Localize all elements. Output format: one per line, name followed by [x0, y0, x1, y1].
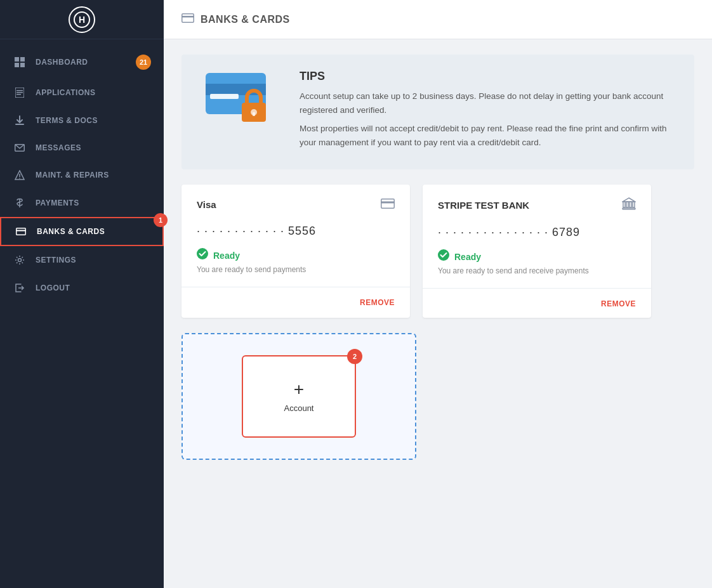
- card-body-visa: Visa · · · · · · · · · · · · 5556 Ready …: [181, 185, 410, 287]
- add-account-badge: 2: [347, 349, 362, 364]
- sidebar-item-banks-cards[interactable]: BANKS & CARDS 1: [0, 217, 164, 246]
- dashboard-badge: 21: [136, 55, 151, 70]
- main-content: BANKS & CARDS: [164, 0, 712, 588]
- svg-point-16: [18, 259, 22, 262]
- warning-icon: [13, 170, 27, 180]
- status-label-bank: Ready: [454, 252, 481, 262]
- svg-rect-12: [19, 174, 20, 177]
- svg-rect-33: [623, 208, 635, 209]
- visa-card: Visa · · · · · · · · · · · · 5556 Ready …: [181, 185, 410, 318]
- sidebar-logo: H: [0, 0, 164, 39]
- card-number-visa: · · · · · · · · · · · · 5556: [197, 225, 395, 238]
- sidebar-item-dashboard[interactable]: DASHBOARD 21: [0, 46, 164, 79]
- svg-rect-15: [16, 230, 26, 232]
- sidebar-item-settings[interactable]: SETTINGS: [0, 246, 164, 274]
- svg-point-34: [438, 249, 449, 261]
- svg-rect-26: [381, 202, 395, 204]
- svg-point-27: [197, 248, 208, 259]
- tips-text-1: Account setup can take up to 2 business …: [300, 89, 676, 117]
- sidebar-item-messages[interactable]: MESSAGES: [0, 134, 164, 161]
- sidebar-item-label: DASHBOARD: [36, 58, 136, 67]
- svg-rect-3: [20, 57, 25, 62]
- svg-rect-7: [16, 90, 23, 91]
- card-name-bank: STRIPE TEST BANK: [438, 200, 529, 211]
- page-title: BANKS & CARDS: [201, 14, 290, 25]
- tips-title: TIPS: [300, 70, 676, 83]
- svg-rect-4: [15, 63, 19, 67]
- tips-content: TIPS Account setup can take up to 2 busi…: [300, 70, 676, 154]
- status-check-icon-visa: [197, 248, 208, 263]
- svg-marker-28: [623, 198, 635, 202]
- payment-cards-grid: Visa · · · · · · · · · · · · 5556 Ready …: [181, 185, 694, 318]
- svg-rect-5: [20, 63, 25, 67]
- sidebar-item-label: LOGOUT: [36, 284, 151, 292]
- sidebar-item-maint-repairs[interactable]: MAINT. & REPAIRS: [0, 161, 164, 189]
- remove-bank-button[interactable]: REMOVE: [601, 299, 636, 308]
- sidebar-item-label: MAINT. & REPAIRS: [36, 171, 151, 180]
- add-account-button[interactable]: + Account 2: [242, 355, 356, 438]
- sidebar-item-label: SETTINGS: [36, 256, 151, 265]
- svg-rect-2: [15, 57, 19, 62]
- remove-visa-button[interactable]: REMOVE: [360, 298, 395, 307]
- sidebar-item-label: TERMS & DOCS: [36, 116, 151, 125]
- svg-rect-8: [16, 92, 23, 93]
- sidebar-navigation: DASHBOARD 21 APPLICATIONS TERMS & DOCS M…: [0, 39, 164, 588]
- stripe-bank-card: STRIPE TEST BANK · ·: [423, 185, 651, 318]
- sidebar: H DASHBOARD 21 APPLICATIONS TERMS & DOCS: [0, 0, 164, 588]
- sidebar-item-terms-docs[interactable]: TERMS & DOCS: [0, 107, 164, 134]
- gear-icon: [13, 255, 27, 265]
- svg-rect-24: [253, 112, 255, 116]
- status-description-bank: You are ready to send and receive paymen…: [438, 266, 636, 275]
- sidebar-item-applications[interactable]: APPLICATIONS: [0, 79, 164, 107]
- plus-icon: +: [294, 381, 304, 398]
- card-header-bank: STRIPE TEST BANK: [438, 197, 636, 213]
- card-name-visa: Visa: [197, 199, 216, 210]
- bank-icon: [622, 197, 636, 213]
- add-account-outer: + Account 2: [181, 333, 416, 460]
- card-body-bank: STRIPE TEST BANK · ·: [423, 185, 651, 288]
- file-icon: [13, 88, 27, 98]
- svg-rect-17: [182, 14, 194, 23]
- status-label-visa: Ready: [213, 251, 240, 261]
- download-icon: [13, 115, 27, 126]
- tips-text-2: Most properties will not accept credit/d…: [300, 122, 676, 149]
- card-status-bank: Ready: [438, 249, 636, 264]
- svg-rect-29: [623, 202, 625, 207]
- tips-section: TIPS Account setup can take up to 2 busi…: [181, 55, 694, 169]
- sidebar-item-payments[interactable]: PAYMENTS: [0, 189, 164, 217]
- svg-rect-31: [630, 202, 631, 207]
- credit-card-icon: [14, 228, 28, 235]
- status-description-visa: You are ready to send payments: [197, 265, 395, 274]
- tips-image: [199, 70, 282, 130]
- card-status-visa: Ready: [197, 248, 395, 263]
- logout-icon: [13, 283, 27, 293]
- svg-rect-30: [626, 202, 628, 207]
- content-area: TIPS Account setup can take up to 2 busi…: [164, 39, 712, 588]
- svg-rect-18: [182, 16, 194, 18]
- envelope-icon: [13, 144, 27, 152]
- sidebar-item-label: APPLICATIONS: [36, 88, 151, 97]
- svg-rect-10: [15, 124, 24, 125]
- svg-text:H: H: [79, 15, 85, 25]
- sidebar-item-logout[interactable]: LOGOUT: [0, 274, 164, 302]
- banks-cards-badge: 1: [154, 213, 168, 227]
- sidebar-item-label: BANKS & CARDS: [37, 227, 150, 236]
- page-header: BANKS & CARDS: [164, 0, 712, 39]
- logo-icon: H: [69, 6, 95, 33]
- svg-rect-14: [16, 228, 26, 235]
- sidebar-item-label: MESSAGES: [36, 143, 151, 152]
- sidebar-item-label: PAYMENTS: [36, 199, 151, 207]
- card-number-bank: · · · · · · · · · · · · · · · 6789: [438, 226, 636, 239]
- svg-rect-32: [633, 202, 635, 207]
- dollar-icon: [13, 198, 27, 208]
- card-header-visa: Visa: [197, 197, 395, 212]
- svg-point-13: [19, 178, 20, 179]
- card-icon-visa: [381, 197, 395, 212]
- add-account-label: Account: [284, 403, 314, 413]
- svg-rect-25: [381, 199, 395, 209]
- card-footer-bank: REMOVE: [423, 288, 651, 318]
- header-credit-card-icon: [181, 13, 194, 26]
- status-check-icon-bank: [438, 249, 449, 264]
- svg-rect-21: [210, 94, 239, 99]
- grid-icon: [13, 57, 27, 67]
